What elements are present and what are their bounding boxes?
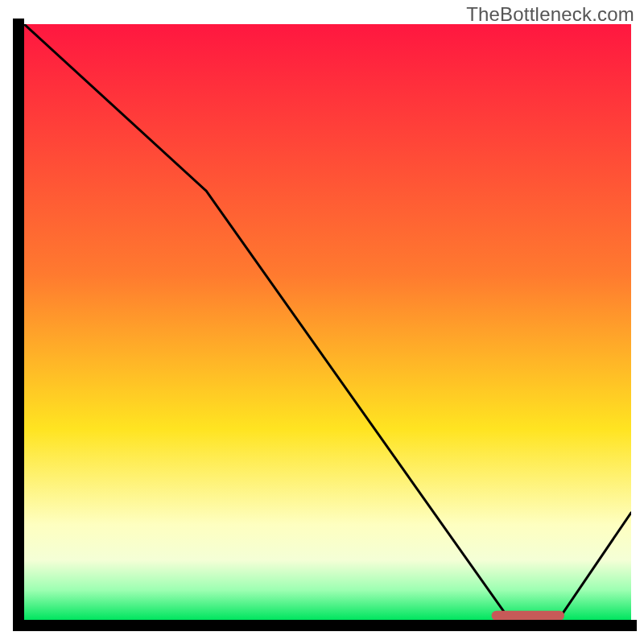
optimal-range-marker bbox=[492, 611, 564, 621]
bottleneck-chart bbox=[0, 0, 644, 644]
chart-stage: TheBottleneck.com bbox=[0, 0, 644, 644]
watermark-text: TheBottleneck.com bbox=[466, 3, 634, 26]
plot-background bbox=[24, 24, 631, 620]
